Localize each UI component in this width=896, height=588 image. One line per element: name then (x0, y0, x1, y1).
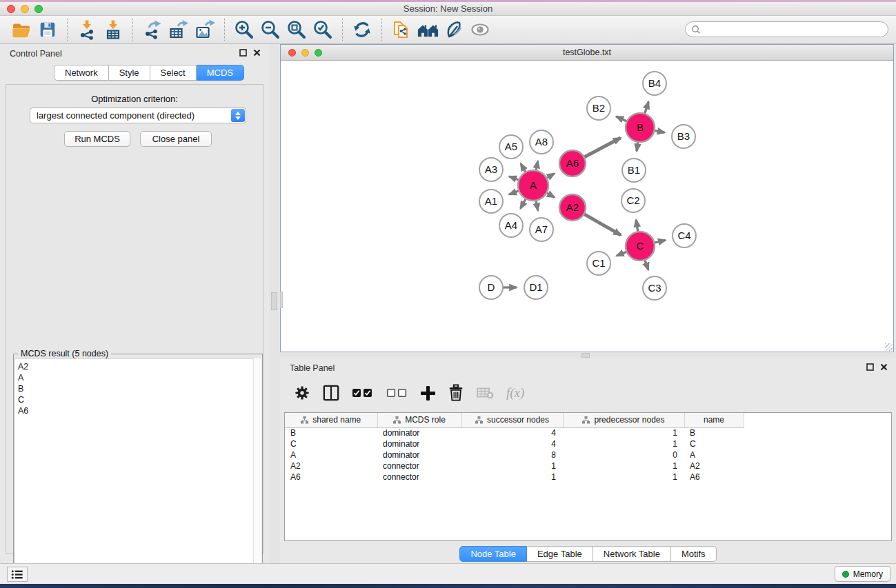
memory-button[interactable]: Memory (835, 566, 890, 582)
save-session-button[interactable] (34, 17, 61, 42)
tab-select[interactable]: Select (150, 65, 197, 81)
graph-node-D1[interactable]: D1 (524, 276, 548, 299)
function-builder-icon[interactable]: f(x) (506, 385, 524, 401)
zoom-selected-button[interactable] (310, 17, 336, 42)
import-network-button[interactable] (74, 17, 100, 42)
cell-MCDS-role[interactable]: dominator (377, 449, 461, 460)
column-header-predecessor-nodes[interactable]: predecessor nodes (563, 413, 684, 427)
column-header-shared-name[interactable]: shared name (285, 413, 377, 427)
deselect-all-icon[interactable] (386, 387, 408, 398)
graph-node-C4[interactable]: C4 (673, 224, 696, 247)
zoom-window-button[interactable] (34, 5, 43, 13)
tab-network[interactable]: Network (54, 65, 109, 81)
task-history-button[interactable] (7, 567, 28, 582)
cell-name[interactable]: A2 (684, 460, 744, 472)
vertical-splitter[interactable] (269, 44, 280, 563)
column-header-successor-nodes[interactable]: successor nodes (461, 413, 563, 427)
table-row[interactable]: Cdominator41C (285, 438, 892, 449)
cell-name[interactable]: A (684, 449, 744, 460)
splitter-grip[interactable] (271, 292, 277, 310)
table-settings-gear-icon[interactable] (294, 385, 310, 401)
tab-mcds[interactable]: MCDS (197, 65, 244, 81)
cell-successor-nodes[interactable]: 1 (461, 472, 563, 483)
cell-predecessor-nodes[interactable]: 1 (563, 438, 684, 449)
cell-predecessor-nodes[interactable]: 1 (563, 460, 684, 472)
show-columns-icon[interactable] (323, 385, 339, 401)
cell-shared-name[interactable]: A2 (285, 460, 377, 472)
tab-node-table[interactable]: Node Table (459, 546, 527, 562)
network-close-button[interactable] (288, 49, 296, 57)
graph-edge-A2-C[interactable] (583, 213, 621, 235)
splitter-grip[interactable] (581, 353, 590, 358)
export-image-button[interactable] (192, 17, 218, 42)
two-houses-button[interactable] (415, 17, 441, 42)
cell-predecessor-nodes[interactable]: 0 (563, 449, 684, 460)
graph-node-A1[interactable]: A1 (479, 190, 503, 213)
graph-node-A4[interactable]: A4 (499, 214, 523, 237)
table-row[interactable]: Bdominator41B (285, 427, 892, 438)
column-header-MCDS-role[interactable]: MCDS role (377, 413, 461, 427)
cell-MCDS-role[interactable]: dominator (377, 438, 461, 449)
cell-predecessor-nodes[interactable]: 1 (563, 472, 684, 483)
table-row[interactable]: A6connector11A6 (285, 472, 892, 483)
zoom-out-button[interactable] (257, 17, 283, 42)
tab-motifs[interactable]: Motifs (671, 546, 717, 562)
cell-MCDS-role[interactable]: connector (377, 472, 461, 483)
cell-shared-name[interactable]: A (285, 449, 377, 460)
mcds-result-item[interactable]: A (18, 372, 261, 383)
graph-node-B2[interactable]: B2 (587, 97, 610, 120)
mcds-result-item[interactable]: A2 (18, 361, 261, 372)
table-row[interactable]: A2connector11A2 (285, 460, 892, 472)
import-table-button[interactable] (100, 17, 126, 42)
add-column-icon[interactable] (421, 386, 435, 401)
horizontal-splitter[interactable] (280, 352, 896, 358)
cell-name[interactable]: C (684, 438, 744, 449)
minimize-window-button[interactable] (21, 5, 29, 13)
mcds-result-item[interactable]: B (18, 383, 261, 394)
export-table-button[interactable] (166, 17, 192, 42)
select-all-icon[interactable] (352, 387, 374, 398)
graph-node-A3[interactable]: A3 (479, 158, 503, 181)
eye-button[interactable] (467, 17, 493, 42)
network-minimize-button[interactable] (301, 49, 309, 57)
graph-node-B1[interactable]: B1 (622, 159, 646, 182)
zoom-in-button[interactable] (231, 17, 257, 42)
cell-shared-name[interactable]: B (285, 427, 377, 438)
tab-edge-table[interactable]: Edge Table (527, 546, 593, 562)
graph-node-C3[interactable]: C3 (643, 276, 666, 300)
cell-successor-nodes[interactable]: 4 (461, 427, 563, 438)
close-panel-button[interactable]: Close panel (140, 131, 212, 147)
graph-node-B3[interactable]: B3 (672, 125, 695, 148)
tab-style[interactable]: Style (109, 65, 150, 81)
mcds-result-list[interactable]: A2ABCA6 (14, 358, 261, 587)
cell-successor-nodes[interactable]: 1 (461, 460, 563, 472)
network-canvas[interactable]: AA1A2A3A4A5A6A7A8BB1B2B3B4CC1C2C3C4DD1 (281, 61, 893, 352)
graph-node-A[interactable]: A (518, 170, 548, 201)
cell-MCDS-role[interactable]: connector (377, 460, 461, 472)
graph-node-B4[interactable]: B4 (643, 72, 666, 95)
graph-node-C[interactable]: C (626, 232, 655, 261)
graph-node-C1[interactable]: C1 (587, 252, 610, 275)
graph-node-C2[interactable]: C2 (621, 189, 645, 212)
cell-name[interactable]: A6 (684, 472, 744, 483)
graph-node-A7[interactable]: A7 (530, 218, 553, 241)
mcds-result-item[interactable]: A6 (18, 405, 261, 416)
style-toggle-button[interactable] (441, 17, 467, 42)
graph-node-A2[interactable]: A2 (559, 194, 586, 221)
run-mcds-button[interactable]: Run MCDS (64, 131, 130, 147)
cell-predecessor-nodes[interactable]: 1 (563, 427, 684, 438)
close-panel-icon[interactable] (253, 49, 261, 57)
delete-table-icon[interactable] (477, 387, 494, 399)
export-network-button[interactable] (139, 17, 166, 42)
search-input[interactable] (685, 21, 888, 37)
cell-shared-name[interactable]: A6 (285, 472, 377, 483)
graph-node-D[interactable]: D (479, 276, 503, 299)
network-zoom-button[interactable] (315, 49, 322, 57)
tab-network-table[interactable]: Network Table (593, 546, 671, 562)
open-session-button[interactable] (8, 17, 34, 42)
zoom-fit-button[interactable] (283, 17, 310, 42)
duplicate-network-button[interactable] (388, 17, 415, 42)
graph-node-A8[interactable]: A8 (530, 130, 553, 154)
optimization-select[interactable]: largest connected component (directed) (30, 108, 246, 123)
float-panel-icon[interactable] (239, 49, 247, 57)
